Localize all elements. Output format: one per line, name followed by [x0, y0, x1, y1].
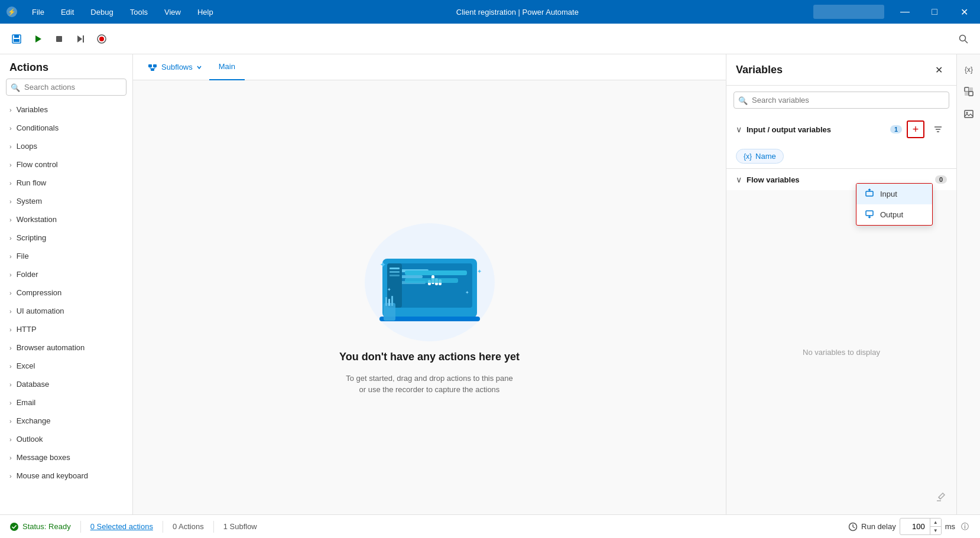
erase-icon: [935, 491, 947, 503]
menu-tools[interactable]: Tools: [122, 0, 156, 24]
action-item-database[interactable]: › Database: [0, 375, 132, 393]
output-label: Output: [880, 210, 903, 219]
clock-icon: [848, 522, 858, 532]
next-step-button[interactable]: [71, 30, 90, 48]
run-delay-down[interactable]: ▼: [930, 527, 941, 534]
run-delay-label: Run delay: [861, 522, 896, 531]
erase-icon-container: [935, 491, 947, 505]
subflows-button[interactable]: Subflows: [140, 57, 209, 77]
status-ready: Status: Ready: [9, 522, 71, 532]
svg-rect-57: [965, 92, 969, 96]
chevron-icon: ›: [9, 106, 12, 113]
input-label: Input: [880, 190, 897, 198]
actions-search-input[interactable]: [6, 79, 126, 96]
filter-button[interactable]: [929, 120, 947, 138]
run-button[interactable]: [28, 30, 47, 48]
action-item-run-flow[interactable]: › Run flow: [0, 174, 132, 192]
subflows-icon: [147, 62, 158, 73]
actions-list: › Variables › Conditionals › Loops › Flo…: [0, 100, 132, 514]
menu-file[interactable]: File: [24, 0, 53, 24]
menu-help[interactable]: Help: [189, 0, 222, 24]
svg-rect-27: [390, 271, 400, 273]
action-item-file[interactable]: › File: [0, 247, 132, 265]
ui-elements-button[interactable]: [959, 81, 979, 102]
action-item-email[interactable]: › Email: [0, 393, 132, 412]
svg-line-12: [965, 40, 968, 43]
status-bar: Status: Ready 0 Selected actions 0 Actio…: [0, 514, 980, 538]
content-area: Actions 🔍 › Variables › Conditionals › L…: [0, 54, 980, 514]
subflow-count: 1 Subflow: [223, 522, 257, 531]
action-item-message-boxes[interactable]: › Message boxes: [0, 448, 132, 467]
action-item-outlook[interactable]: › Outlook: [0, 430, 132, 448]
stop-button[interactable]: [50, 30, 69, 48]
variables-search-input[interactable]: [734, 92, 949, 109]
svg-point-60: [966, 112, 968, 114]
svg-text:✦: ✦: [387, 287, 391, 292]
action-item-label: Compression: [17, 288, 62, 297]
run-delay-info[interactable]: ⓘ: [959, 521, 971, 533]
close-button[interactable]: ✕: [950, 0, 978, 24]
action-item-label: Exchange: [17, 416, 51, 425]
action-item-loops[interactable]: › Loops: [0, 137, 132, 155]
action-item-workstation[interactable]: › Workstation: [0, 210, 132, 229]
save-icon: [11, 34, 22, 44]
save-button[interactable]: [7, 30, 26, 48]
chevron-icon: ›: [9, 125, 12, 132]
action-item-excel[interactable]: › Excel: [0, 357, 132, 375]
run-delay-input[interactable]: [900, 520, 930, 533]
action-item-conditionals[interactable]: › Conditionals: [0, 119, 132, 137]
empty-state-description: To get started, drag and drop actions to…: [346, 373, 513, 396]
action-item-scripting[interactable]: › Scripting: [0, 229, 132, 247]
svg-rect-41: [385, 297, 387, 306]
chevron-icon: ›: [9, 289, 12, 296]
tab-main[interactable]: Main: [209, 54, 245, 80]
input-output-section-header[interactable]: ∨ Input / output variables 1 +: [726, 115, 956, 144]
images-button[interactable]: [959, 104, 979, 124]
action-item-system[interactable]: › System: [0, 192, 132, 210]
action-item-ui-automation[interactable]: › UI automation: [0, 302, 132, 320]
action-item-variables[interactable]: › Variables: [0, 100, 132, 119]
action-item-label: File: [17, 252, 29, 260]
action-item-mouse-keyboard[interactable]: › Mouse and keyboard: [0, 467, 132, 485]
menu-edit[interactable]: Edit: [53, 0, 82, 24]
add-variable-button[interactable]: +: [907, 120, 924, 138]
svg-text:✦: ✦: [465, 290, 469, 295]
main-canvas: Subflows Main: [133, 54, 726, 514]
action-item-compression[interactable]: › Compression: [0, 283, 132, 302]
run-delay-up[interactable]: ▲: [930, 519, 941, 526]
run-delay-group: Run delay ▲ ▼ ms ⓘ: [848, 518, 971, 535]
svg-rect-55: [965, 87, 969, 92]
empty-state-illustration: ✦ ✦ ✦ ✦: [347, 200, 512, 341]
actions-search-container: 🔍: [6, 79, 126, 96]
action-item-folder[interactable]: › Folder: [0, 265, 132, 283]
action-item-browser-automation[interactable]: › Browser automation: [0, 338, 132, 357]
dropdown-item-output[interactable]: Output: [856, 204, 932, 225]
action-item-http[interactable]: › HTTP: [0, 320, 132, 338]
action-item-label: UI automation: [17, 307, 64, 315]
action-item-flow-control[interactable]: › Flow control: [0, 155, 132, 174]
svg-rect-6: [56, 36, 62, 42]
dropdown-item-input[interactable]: Input: [856, 184, 932, 204]
chevron-icon: ›: [9, 454, 12, 461]
flow-chevron-icon: ∨: [736, 175, 742, 184]
menu-debug[interactable]: Debug: [82, 0, 121, 24]
next-step-icon: [75, 34, 86, 44]
canvas-tabs: Subflows Main: [133, 54, 726, 80]
record-button[interactable]: [92, 30, 111, 48]
variables-toggle-button[interactable]: {x}: [959, 59, 979, 79]
svg-rect-8: [83, 35, 84, 43]
minimize-button[interactable]: —: [891, 0, 919, 24]
search-button[interactable]: [954, 30, 973, 48]
io-section-title: Input / output variables: [747, 125, 885, 134]
action-item-label: Browser automation: [17, 343, 85, 352]
menu-view[interactable]: View: [156, 0, 189, 24]
app-layout: Actions 🔍 › Variables › Conditionals › L…: [0, 24, 980, 538]
variables-close-button[interactable]: ✕: [930, 61, 947, 78]
selected-actions-count[interactable]: 0 Selected actions: [90, 522, 153, 531]
chevron-icon: ›: [9, 234, 12, 242]
canvas-illustration: ✦ ✦ ✦ ✦: [347, 200, 512, 341]
ui-elements-icon: [963, 86, 974, 97]
action-item-exchange[interactable]: › Exchange: [0, 412, 132, 430]
io-section-count: 1: [890, 125, 902, 133]
maximize-button[interactable]: □: [921, 0, 948, 24]
